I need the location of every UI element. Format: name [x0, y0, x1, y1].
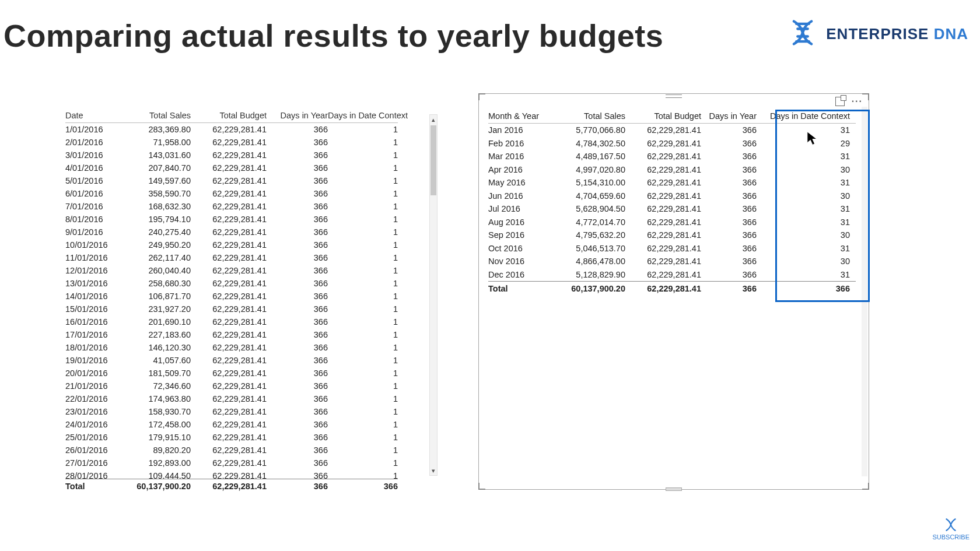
cell-total-sales: 240,275.40: [121, 226, 191, 238]
brand-text: ENTERPRISE DNA: [826, 25, 968, 43]
table-row[interactable]: Oct 20165,046,513.7062,229,281.4136631: [488, 242, 856, 255]
dna-icon: [788, 17, 818, 50]
table-row[interactable]: Mar 20164,489,167.5062,229,281.4136631: [488, 150, 856, 163]
table-row[interactable]: 11/01/2016262,117.4062,229,281.413661: [65, 251, 398, 264]
cell-total-budget: 62,229,281.41: [191, 187, 267, 200]
table-row[interactable]: 22/01/2016174,963.8062,229,281.413661: [65, 392, 398, 405]
table-row[interactable]: 21/01/201672,346.6062,229,281.413661: [65, 380, 398, 392]
cell-total-sales: 4,795,632.20: [552, 229, 625, 242]
cell-month: May 2016: [488, 176, 552, 189]
table-row[interactable]: 28/01/2016109,444.5062,229,281.413661: [65, 469, 398, 479]
daily-table[interactable]: Date Total Sales Total Budget Days in Ye…: [65, 111, 398, 491]
col-days-context[interactable]: Days in Date Context: [757, 111, 850, 121]
table-row[interactable]: 1/01/2016283,369.8062,229,281.413661: [65, 123, 398, 136]
daily-table-header[interactable]: Date Total Sales Total Budget Days in Ye…: [65, 111, 398, 123]
table-row[interactable]: 26/01/201689,820.2062,229,281.413661: [65, 444, 398, 457]
cell-month: Jul 2016: [488, 202, 552, 216]
cell-days-context: 1: [328, 264, 398, 277]
table-row[interactable]: 5/01/2016149,597.6062,229,281.413661: [65, 174, 398, 187]
cell-days-context: 1: [328, 251, 398, 264]
cell-days-year: 366: [267, 328, 328, 341]
table-row[interactable]: 24/01/2016172,458.0062,229,281.413661: [65, 418, 398, 431]
daily-table-total-row[interactable]: Total 60,137,900.20 62,229,281.41 366 36…: [65, 479, 398, 491]
table-row[interactable]: 16/01/2016201,690.1062,229,281.413661: [65, 315, 398, 328]
daily-table-scrollbar[interactable]: ▴ ▾: [429, 114, 438, 476]
cell-days-year: 366: [267, 354, 328, 367]
table-row[interactable]: 7/01/2016168,632.3062,229,281.413661: [65, 200, 398, 213]
table-row[interactable]: 18/01/2016146,120.3062,229,281.413661: [65, 341, 398, 354]
monthly-table-header[interactable]: Month & Year Total Sales Total Budget Da…: [488, 111, 856, 124]
table-row[interactable]: May 20165,154,310.0062,229,281.4136631: [488, 176, 856, 189]
table-row[interactable]: Jul 20165,628,904.5062,229,281.4136631: [488, 202, 856, 216]
col-total-sales[interactable]: Total Sales: [121, 111, 191, 120]
table-row[interactable]: 15/01/2016231,927.2062,229,281.413661: [65, 303, 398, 315]
table-row[interactable]: 20/01/2016181,509.7062,229,281.413661: [65, 367, 398, 380]
table-row[interactable]: 25/01/2016179,915.1062,229,281.413661: [65, 431, 398, 444]
table-row[interactable]: Jan 20165,770,066.8062,229,281.4136631: [488, 124, 856, 137]
table-row[interactable]: 19/01/201641,057.6062,229,281.413661: [65, 354, 398, 367]
table-row[interactable]: 10/01/2016249,950.2062,229,281.413661: [65, 238, 398, 251]
table-row[interactable]: 2/01/201671,958.0062,229,281.413661: [65, 136, 398, 149]
scroll-thumb[interactable]: [430, 125, 436, 195]
table-row[interactable]: 12/01/2016260,040.4062,229,281.413661: [65, 264, 398, 277]
col-days-context[interactable]: Days in Date Context: [328, 111, 398, 120]
table-row[interactable]: Sep 20164,795,632.2062,229,281.4136630: [488, 229, 856, 242]
table-row[interactable]: 14/01/2016106,871.7062,229,281.413661: [65, 290, 398, 303]
table-row[interactable]: Nov 20164,866,478.0062,229,281.4136630: [488, 255, 856, 268]
cell-total-sales: 4,704,659.60: [552, 189, 625, 203]
cell-total-sales: 181,509.70: [121, 367, 191, 380]
table-row[interactable]: Feb 20164,784,302.5062,229,281.4136629: [488, 137, 856, 150]
cell-total-sales: 4,866,478.00: [552, 255, 625, 268]
col-total-budget[interactable]: Total Budget: [625, 111, 701, 121]
more-options-icon[interactable]: ···: [852, 96, 863, 107]
col-days-year[interactable]: Days in Year: [701, 111, 757, 121]
cell-total-budget: 62,229,281.41: [191, 174, 267, 187]
cell-days-context: 29: [757, 137, 850, 150]
table-row[interactable]: 6/01/2016358,590.7062,229,281.413661: [65, 187, 398, 200]
scroll-down-icon[interactable]: ▾: [430, 466, 437, 475]
cell-total-sales: 5,128,829.90: [552, 268, 625, 282]
col-month-year[interactable]: Month & Year: [488, 111, 552, 121]
table-row[interactable]: 13/01/2016258,680.3062,229,281.413661: [65, 277, 398, 290]
cell-date: 24/01/2016: [65, 418, 121, 431]
cell-date: 4/01/2016: [65, 162, 121, 174]
col-days-year[interactable]: Days in Year: [267, 111, 328, 120]
table-row[interactable]: 8/01/2016195,794.1062,229,281.413661: [65, 213, 398, 226]
col-date[interactable]: Date: [65, 111, 121, 120]
table-row[interactable]: 3/01/2016143,031.6062,229,281.413661: [65, 149, 398, 162]
col-total-budget[interactable]: Total Budget: [191, 111, 267, 120]
table-row[interactable]: 17/01/2016227,183.6062,229,281.413661: [65, 328, 398, 341]
cell-days-context: 1: [328, 277, 398, 290]
table-row[interactable]: Apr 20164,997,020.8062,229,281.4136630: [488, 163, 856, 177]
cell-date: 22/01/2016: [65, 392, 121, 405]
cell-days-context: 1: [328, 174, 398, 187]
table-row[interactable]: Aug 20164,772,014.7062,229,281.4136631: [488, 216, 856, 229]
table-row[interactable]: Dec 20165,128,829.9062,229,281.4136631: [488, 268, 856, 282]
resize-grip-bottom[interactable]: [666, 487, 682, 491]
cell-total-sales: 249,950.20: [121, 238, 191, 251]
cell-total-budget: 62,229,281.41: [191, 226, 267, 238]
resize-grip-top[interactable]: [666, 94, 682, 98]
subscribe-badge[interactable]: SUBSCRIBE: [932, 517, 970, 541]
monthly-visual-container[interactable]: ··· Month & Year Total Sales Total Budge…: [478, 93, 869, 490]
total-sales: 60,137,900.20: [552, 284, 625, 293]
col-total-sales[interactable]: Total Sales: [552, 111, 625, 121]
monthly-scrollbar[interactable]: [862, 107, 867, 476]
cell-total-sales: 71,958.00: [121, 136, 191, 149]
cell-days-context: 31: [757, 176, 850, 189]
cell-total-sales: 106,871.70: [121, 290, 191, 303]
brand-name-a: ENTERPRISE: [826, 25, 929, 43]
cell-date: 12/01/2016: [65, 264, 121, 277]
cell-total-budget: 62,229,281.41: [625, 189, 701, 203]
table-row[interactable]: 27/01/2016192,893.0062,229,281.413661: [65, 457, 398, 469]
table-row[interactable]: 4/01/2016207,840.7062,229,281.413661: [65, 162, 398, 174]
scroll-up-icon[interactable]: ▴: [430, 115, 437, 124]
cell-days-year: 366: [267, 136, 328, 149]
cell-total-sales: 258,680.30: [121, 277, 191, 290]
table-row[interactable]: Jun 20164,704,659.6062,229,281.4136630: [488, 189, 856, 203]
table-row[interactable]: 23/01/2016158,930.7062,229,281.413661: [65, 405, 398, 418]
table-row[interactable]: 9/01/2016240,275.4062,229,281.413661: [65, 226, 398, 238]
focus-mode-icon[interactable]: [835, 97, 845, 106]
monthly-table-total-row[interactable]: Total 60,137,900.20 62,229,281.41 366 36…: [488, 281, 856, 293]
monthly-table[interactable]: Month & Year Total Sales Total Budget Da…: [488, 111, 856, 293]
